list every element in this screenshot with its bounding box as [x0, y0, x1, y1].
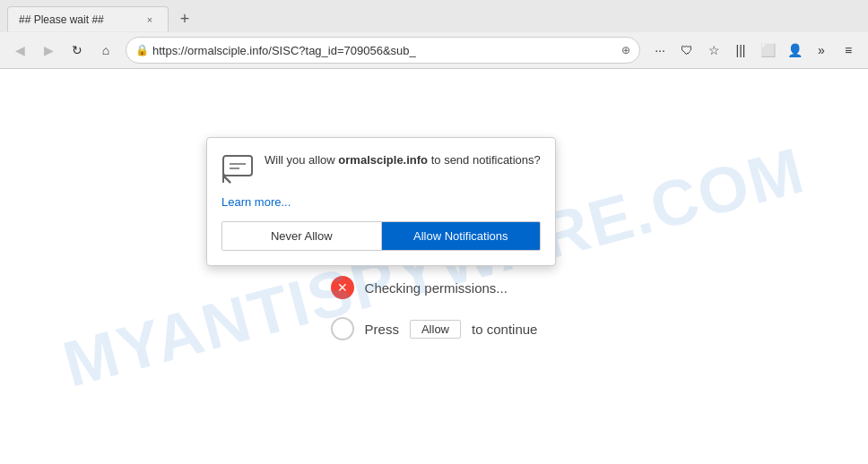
allow-notifications-button[interactable]: Allow Notifications [382, 222, 541, 250]
popup-message-prefix: Will you allow [265, 153, 338, 167]
forward-icon: ▶ [44, 43, 54, 57]
star-icon: ☆ [708, 43, 720, 57]
toolbar-right-icons: ··· 🛡 ☆ ||| ⬜ 👤 » ≡ [647, 38, 861, 63]
shield-button[interactable]: 🛡 [674, 38, 699, 63]
inline-allow-button[interactable]: Allow [410, 320, 461, 339]
account-button[interactable]: 👤 [782, 38, 807, 63]
check-empty-icon [331, 317, 354, 340]
synced-tabs-icon: ⬜ [760, 43, 776, 57]
new-tab-button[interactable]: + [172, 6, 197, 31]
bookmark-icon: ⊕ [621, 44, 630, 56]
url-text: https://ormalsciple.info/SISC?tag_id=709… [152, 44, 618, 57]
toolbar: ◀ ▶ ↻ ⌂ 🔒 https://ormalsciple.info/SISC?… [0, 32, 868, 68]
tab-title: ## Please wait ## [19, 13, 135, 26]
more-icon: ··· [655, 43, 665, 57]
list-item: ✕ Checking permissions... [331, 276, 508, 299]
synced-tabs-button[interactable]: ⬜ [755, 38, 780, 63]
notification-popup: Will you allow ormalsciple.info to send … [206, 137, 556, 266]
shield-icon: 🛡 [681, 43, 693, 57]
page-content: MYANTISPYWARE.COM Will you allow ormalsc… [0, 69, 868, 464]
home-button[interactable]: ⌂ [93, 38, 118, 63]
address-bar[interactable]: 🔒 https://ormalsciple.info/SISC?tag_id=7… [126, 37, 640, 64]
extensions-icon: » [818, 43, 825, 57]
library-button[interactable]: ||| [728, 38, 753, 63]
tab-close-button[interactable]: × [143, 13, 157, 27]
check-red-icon: ✕ [331, 276, 354, 299]
popup-message: Will you allow ormalsciple.info to send … [265, 152, 541, 168]
popup-buttons: Never Allow Allow Notifications [221, 221, 541, 251]
account-icon: 👤 [787, 43, 803, 57]
menu-button[interactable]: ≡ [836, 38, 861, 63]
chat-bubble-icon [221, 152, 254, 185]
popup-message-suffix: to send notifications? [428, 153, 541, 167]
popup-domain: ormalsciple.info [338, 153, 428, 167]
forward-button[interactable]: ▶ [36, 38, 61, 63]
star-button[interactable]: ☆ [701, 38, 726, 63]
continue-label: to continue [472, 322, 537, 337]
home-icon: ⌂ [102, 43, 109, 57]
refresh-button[interactable]: ↻ [65, 38, 90, 63]
refresh-icon: ↻ [72, 43, 82, 57]
library-icon: ||| [736, 43, 746, 57]
active-tab[interactable]: ## Please wait ## × [7, 6, 169, 31]
press-label: Press [365, 322, 399, 337]
more-options-button[interactable]: ··· [647, 38, 673, 63]
learn-more-link[interactable]: Learn more... [221, 195, 541, 209]
back-icon: ◀ [15, 43, 25, 57]
back-button[interactable]: ◀ [7, 38, 32, 63]
list-item: Press Allow to continue [331, 317, 538, 340]
browser-chrome: ## Please wait ## × + ◀ ▶ ↻ ⌂ 🔒 https://… [0, 0, 868, 69]
svg-rect-0 [223, 156, 252, 176]
tab-bar: ## Please wait ## × + [0, 0, 868, 32]
security-lock-icon: 🔒 [135, 44, 149, 56]
extensions-button[interactable]: » [809, 38, 834, 63]
popup-header: Will you allow ormalsciple.info to send … [221, 152, 541, 185]
never-allow-button[interactable]: Never Allow [222, 222, 382, 250]
hamburger-icon: ≡ [845, 43, 852, 57]
check-item-label: Checking permissions... [365, 280, 508, 296]
